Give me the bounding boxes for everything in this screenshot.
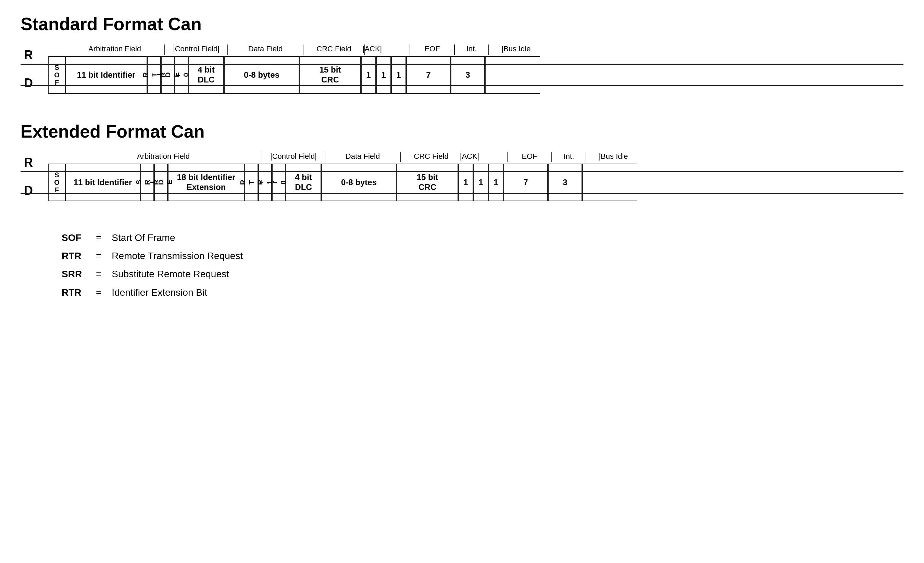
legend-section: SOF = Start Of Frame RTR = Remote Transm… (62, 229, 903, 301)
extended-diagram: R D Arbitration Field |Control Field| Da… (48, 152, 903, 201)
standard-d-label: D (24, 76, 33, 90)
ext-d-line (21, 193, 903, 194)
legend-sof-key: SOF (62, 229, 89, 247)
ext-ack1: 1 (458, 163, 473, 201)
std-dlc: 4 bitDLC (188, 56, 224, 94)
standard-title: Standard Format Can (21, 14, 903, 34)
standard-body-row: SOF 11 bit Identifier RTR IDE r0 4 bitDL… (48, 56, 903, 94)
ext-r-label: R (24, 156, 33, 170)
std-ide: IDE (161, 56, 175, 94)
ext-ide: IDE (154, 163, 168, 201)
legend-rtr-eq: = (96, 247, 101, 265)
standard-header-row: Arbitration Field |Control Field| Data F… (48, 45, 903, 56)
ext-r0: r0 (272, 163, 286, 201)
std-hdr-eof: EOF (410, 45, 454, 55)
std-hdr-arbitration: Arbitration Field (65, 45, 164, 55)
ext-11bit-id: 11 bit Identifier (65, 163, 140, 201)
ext-hdr-crc: CRC Field (400, 152, 462, 162)
legend-srr-val: Substitute Remote Request (112, 265, 229, 283)
extended-title: Extended Format Can (21, 121, 903, 142)
ext-sof: SOF (48, 163, 65, 201)
ext-hdr-eof: EOF (507, 152, 551, 162)
std-hdr-ack1: |ACK| (364, 45, 380, 55)
standard-r-label: R (24, 48, 33, 62)
ext-hdr-ack1: |ACK| (462, 152, 477, 162)
std-ack1: 1 (361, 56, 376, 94)
ext-ack2: 1 (473, 163, 488, 201)
legend-sof-eq: = (96, 229, 101, 247)
legend-row-rtr2: RTR = Identifier Extension Bit (62, 283, 903, 301)
std-ack3: 1 (391, 56, 406, 94)
extended-header-row: Arbitration Field |Control Field| Data F… (48, 152, 903, 163)
legend-rtr2-val: Identifier Extension Bit (112, 283, 207, 301)
standard-diagram: R D Arbitration Field |Control Field| Da… (48, 45, 903, 94)
std-hdr-bus-idle: |Bus Idle (488, 45, 543, 55)
std-d-line (21, 85, 903, 86)
ext-r1: r1 (258, 163, 272, 201)
ext-eof-val: 7 (504, 163, 548, 201)
std-hdr-control: |Control Field| (164, 45, 227, 55)
ext-hdr-data: Data Field (325, 152, 400, 162)
ext-hdr-bus-idle: |Bus Idle (586, 152, 640, 162)
extended-body-row: SOF 11 bit Identifier SRR IDE 18 bit Ide… (48, 163, 903, 201)
ext-r-line (21, 171, 903, 172)
ext-hdr-control: |Control Field| (262, 152, 325, 162)
std-int-val: 3 (451, 56, 485, 94)
standard-format-section: Standard Format Can R D Arbitration Fiel… (21, 14, 903, 94)
ext-d-label: D (24, 183, 33, 198)
std-r0: r0 (175, 56, 188, 94)
std-hdr-int: Int. (454, 45, 488, 55)
ext-int-val: 3 (548, 163, 582, 201)
legend-row-sof: SOF = Start Of Frame (62, 229, 903, 247)
std-hdr-data: Data Field (227, 45, 303, 55)
legend-rtr-key: RTR (62, 247, 89, 265)
std-eof-val: 7 (406, 56, 451, 94)
std-crc: 15 bitCRC (299, 56, 361, 94)
std-bus-idle (485, 56, 540, 94)
ext-bus-idle (582, 163, 637, 201)
legend-rtr-val: Remote Transmission Request (112, 247, 243, 265)
legend-row-srr: SRR = Substitute Remote Request (62, 265, 903, 283)
ext-rtr: RTR (244, 163, 258, 201)
ext-hdr-int: Int. (551, 152, 586, 162)
ext-hdr-arbitration: Arbitration Field (65, 152, 262, 162)
ext-crc: 15 bitCRC (397, 163, 458, 201)
std-11bit-id: 11 bit Identifier (65, 56, 147, 94)
legend-row-rtr: RTR = Remote Transmission Request (62, 247, 903, 265)
ext-18bit-id: 18 bit IdentifierExtension (168, 163, 244, 201)
extended-format-section: Extended Format Can R D Arbitration Fiel… (21, 121, 903, 201)
legend-rtr2-key: RTR (62, 283, 89, 301)
std-hdr-crc: CRC Field (303, 45, 364, 55)
std-r-line (21, 64, 903, 65)
legend-sof-val: Start Of Frame (112, 229, 175, 247)
ext-data: 0-8 bytes (321, 163, 397, 201)
std-sof: SOF (48, 56, 65, 94)
ext-ack3: 1 (488, 163, 504, 201)
std-data: 0-8 bytes (224, 56, 299, 94)
legend-srr-eq: = (96, 265, 101, 283)
std-ack2: 1 (376, 56, 391, 94)
legend-srr-key: SRR (62, 265, 89, 283)
ext-dlc: 4 bitDLC (286, 163, 321, 201)
legend-rtr2-eq: = (96, 283, 101, 301)
